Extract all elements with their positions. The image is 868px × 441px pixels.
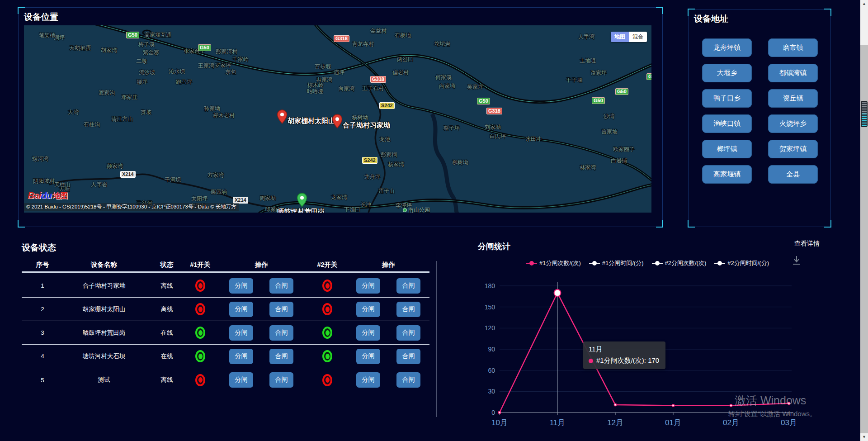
cell-status: 在线 — [145, 329, 189, 337]
address-button[interactable]: 鸭子口乡 — [702, 89, 752, 108]
status-indicator-green — [195, 350, 205, 362]
status-indicator-green — [322, 327, 332, 339]
view-details-link[interactable]: 查看详情 — [794, 240, 820, 248]
address-button[interactable]: 全县 — [768, 165, 818, 184]
map-place-label: 长冲 — [360, 201, 371, 209]
address-button[interactable]: 贺家坪镇 — [768, 140, 818, 158]
legend-item[interactable]: #2分闸时间/(分) — [714, 259, 769, 267]
map-place-label: 土地咀 — [580, 57, 596, 65]
close-switch-button[interactable]: 合闸 — [269, 349, 293, 364]
browser-scrollbar[interactable]: ▲ ▼ — [860, 0, 868, 441]
scrollbar-up-arrow[interactable]: ▲ — [860, 0, 868, 8]
legend-marker — [714, 261, 725, 265]
legend-item[interactable]: #1分闸次数/(次) — [526, 259, 581, 267]
map-place-label: 沙湾 — [604, 113, 614, 120]
cell-index: 3 — [22, 329, 63, 336]
open-switch-button[interactable]: 分闸 — [229, 325, 253, 341]
map-panel-title: 设备位置 — [24, 11, 58, 23]
open-switch-button[interactable]: 分闸 — [229, 302, 253, 317]
table-scrollbar[interactable] — [436, 261, 437, 417]
cell-status: 离线 — [145, 282, 189, 290]
cell-operations: 分闸合闸 — [344, 372, 433, 388]
cell-index: 2 — [22, 306, 63, 313]
tooltip-series-dot — [589, 359, 593, 363]
cell-operations: 分闸合闸 — [212, 302, 311, 317]
map-place-label: 水田冲 — [525, 135, 542, 143]
close-switch-button[interactable]: 合闸 — [269, 278, 293, 294]
map-type-option-active[interactable]: 地图 — [611, 32, 629, 42]
table-header-cell: 序号 — [22, 261, 63, 269]
map-place-label: 冉家湾 — [316, 76, 332, 84]
svg-text:01月: 01月 — [665, 418, 681, 427]
address-button[interactable]: 磨市镇 — [768, 38, 818, 57]
close-switch-button[interactable]: 合闸 — [269, 372, 293, 388]
open-switch-button[interactable]: 分闸 — [356, 302, 380, 317]
table-row: 1合子坳村习家坳离线分闸合闸分闸合闸 — [22, 274, 429, 298]
status-indicator-green — [322, 350, 332, 362]
address-button[interactable]: 渔峡口镇 — [702, 114, 752, 133]
legend-label: #1分闸次数/(次) — [539, 259, 581, 267]
open-switch-button[interactable]: 分闸 — [356, 278, 380, 294]
address-button[interactable]: 龙舟坪镇 — [702, 38, 752, 57]
open-switch-button[interactable]: 分闸 — [229, 278, 253, 294]
cell-operations: 分闸合闸 — [344, 325, 433, 341]
cell-operations: 分闸合闸 — [344, 349, 433, 364]
legend-label: #1分闸时间/(分) — [602, 259, 644, 267]
map-type-option-inactive[interactable]: 混合 — [629, 32, 647, 42]
map-place-label: 向家坳 — [439, 82, 455, 90]
open-switch-button[interactable]: 分闸 — [229, 349, 253, 364]
corner-decoration — [688, 220, 695, 228]
baidu-map[interactable]: 笔架槽洞坪高家堰互通天鹅抱蛋胡家湾梅子溪紫金寨二墩流沙坡沁水坝张家台子彭家河村千… — [24, 25, 651, 213]
address-button[interactable]: 高家堰镇 — [702, 165, 752, 184]
map-pin-red[interactable] — [277, 109, 288, 124]
close-switch-button[interactable]: 合闸 — [396, 372, 420, 388]
map-type-control[interactable]: 地图混合 — [611, 32, 647, 42]
indicator-core — [198, 377, 203, 383]
open-switch-button[interactable]: 分闸 — [356, 325, 380, 341]
cell-device-name: 胡家棚村太阳山 — [63, 305, 145, 313]
address-button-grid: 龙舟坪镇磨市镇大堰乡都镇湾镇鸭子口乡资丘镇渔峡口镇火烧坪乡榔坪镇贺家坪镇高家堰镇… — [702, 38, 818, 184]
open-switch-button[interactable]: 分闸 — [356, 372, 380, 388]
close-switch-button[interactable]: 合闸 — [396, 349, 420, 364]
cell-switch-indicator — [311, 374, 344, 386]
close-switch-button[interactable]: 合闸 — [396, 325, 420, 341]
cell-switch-indicator — [311, 303, 344, 315]
close-switch-button[interactable]: 合闸 — [269, 325, 293, 341]
table-row: 2胡家棚村太阳山离线分闸合闸分闸合闸 — [22, 298, 429, 321]
corner-decoration — [824, 9, 831, 16]
address-button[interactable]: 都镇湾镇 — [768, 64, 818, 82]
svg-text:10月: 10月 — [491, 418, 508, 427]
address-panel-title: 设备地址 — [694, 13, 728, 25]
close-switch-button[interactable]: 合闸 — [396, 278, 420, 294]
scrollbar-down-arrow[interactable]: ▼ — [860, 433, 868, 441]
address-button[interactable]: 资丘镇 — [768, 89, 818, 108]
table-row: 3晒鼓坪村荒田岗在线分闸合闸分闸合闸 — [22, 321, 429, 345]
road-badge-s242: S242 — [362, 157, 377, 164]
map-pin-green[interactable] — [297, 193, 307, 207]
map-place-label: 白氏坪 — [490, 133, 506, 140]
map-pin-red[interactable] — [332, 114, 343, 128]
map-place-label: 人手湾 — [578, 33, 594, 41]
map-place-label: 百步堰 — [315, 63, 331, 71]
map-place-label: 腰坪 — [137, 78, 147, 86]
legend-dot — [592, 261, 597, 266]
close-switch-button[interactable]: 合闸 — [269, 302, 293, 317]
cell-switch-indicator — [189, 350, 212, 362]
park-icon — [403, 208, 407, 212]
legend-item[interactable]: #2分闸次数/(次) — [652, 259, 707, 267]
map-place-label: 咕噜垭 — [307, 88, 323, 95]
map-marker-label: 胡家棚村太阳山 — [288, 117, 335, 125]
address-button[interactable]: 榔坪镇 — [702, 140, 752, 158]
open-switch-button[interactable]: 分闸 — [229, 372, 253, 388]
legend-item[interactable]: #1分闸时间/(分) — [589, 259, 644, 267]
map-place-label: 笔架槽 — [39, 32, 55, 39]
svg-text:03月: 03月 — [781, 418, 797, 427]
open-switch-button[interactable]: 分闸 — [356, 349, 380, 364]
address-button[interactable]: 大堰乡 — [702, 64, 752, 82]
address-button[interactable]: 火烧坪乡 — [768, 114, 818, 133]
close-switch-button[interactable]: 合闸 — [396, 302, 420, 317]
map-place-label: 柳树坳 — [452, 159, 468, 166]
device-status-panel: 设备状态 序号设备名称状态#1开关操作#2开关操作 1合子坳村习家坳离线分闸合闸… — [18, 238, 443, 437]
status-indicator-red — [195, 374, 205, 386]
map-place-label: 太阳坪 — [191, 195, 208, 203]
